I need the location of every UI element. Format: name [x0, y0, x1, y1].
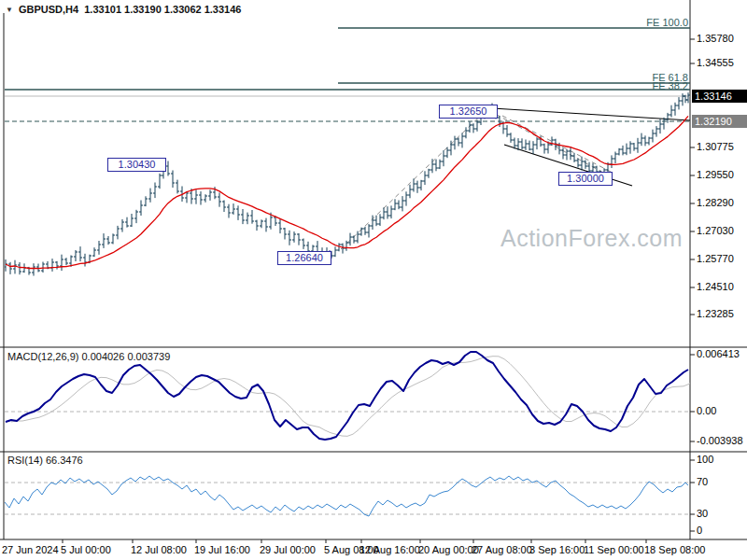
- annotation-1-30430[interactable]: 1.30430: [107, 158, 166, 172]
- annotation-1-32650[interactable]: 1.32650: [439, 105, 498, 119]
- fe-100-label[interactable]: FE 100.0: [646, 17, 688, 28]
- rsi-indicator-label: RSI(14) 66.3476: [7, 455, 83, 466]
- macd-tick-label: -0.003938: [697, 435, 743, 446]
- price-tick-label: 1.24510: [697, 281, 734, 292]
- price-tick-label: 1.28290: [697, 197, 734, 208]
- price-tick-label: 1.29550: [697, 169, 734, 180]
- chart-title-bar: ▼GBPUSD,H4 1.33101 1.33190 1.33062 1.331…: [6, 4, 241, 15]
- actionforex-watermark: ActionForex.com: [500, 225, 683, 252]
- price-tick-label: 1.35780: [697, 33, 734, 44]
- date-tick-label: 29 Jul 00:00: [260, 544, 316, 555]
- date-tick-label: 12 Jul 08:00: [131, 544, 187, 555]
- date-tick-label: 19 Jul 16:00: [194, 544, 250, 555]
- date-tick-label: 18 Sep 08:00: [644, 544, 705, 555]
- date-tick-label: 11 Sep 00:00: [584, 544, 644, 555]
- ohlc-values: 1.33101 1.33190 1.33062 1.33146: [84, 4, 241, 15]
- rsi-tick-label: 30: [697, 508, 708, 519]
- date-tick-label: 20 Aug 00:00: [418, 544, 479, 555]
- macd-tick-label: 0.00: [697, 405, 716, 416]
- rsi-tick-label: 0: [697, 525, 702, 536]
- chart-canvas: [0, 0, 747, 560]
- date-tick-label: 27 Aug 08:00: [472, 544, 532, 555]
- price-tick-label: 1.25770: [697, 253, 734, 264]
- date-tick-label: 27 Jun 2024: [2, 544, 59, 555]
- date-tick-label: 3 Sep 16:00: [529, 544, 585, 555]
- fe-38-2-label[interactable]: FE 38.2: [652, 80, 688, 91]
- date-tick-label: 5 Jul 00:00: [61, 544, 111, 555]
- date-tick-label: 12 Aug 16:00: [359, 544, 420, 555]
- symbol-period-label: GBPUSD,H4: [19, 4, 78, 15]
- current-price-tag: 1.33146: [692, 90, 747, 103]
- price-tick-label: 1.34555: [697, 57, 734, 68]
- annotation-1-30000[interactable]: 1.30000: [558, 172, 613, 186]
- price-tick-label: 1.30775: [697, 141, 734, 152]
- macd-tick-label: 0.006413: [697, 348, 740, 359]
- rsi-tick-label: 100: [697, 454, 713, 465]
- level-price-tag: 1.32190: [692, 115, 747, 128]
- price-tick-label: 1.27030: [697, 225, 734, 236]
- chart-window: { "window": { "dropdown_icon": "▼", "sym…: [0, 0, 747, 560]
- annotation-1-26640[interactable]: 1.26640: [277, 251, 331, 265]
- macd-indicator-label: MACD(12,26,9) 0.004026 0.003739: [7, 351, 170, 362]
- price-tick-label: 1.23285: [697, 308, 734, 319]
- rsi-tick-label: 70: [697, 476, 708, 487]
- symbol-dropdown-icon[interactable]: ▼: [6, 6, 13, 14]
